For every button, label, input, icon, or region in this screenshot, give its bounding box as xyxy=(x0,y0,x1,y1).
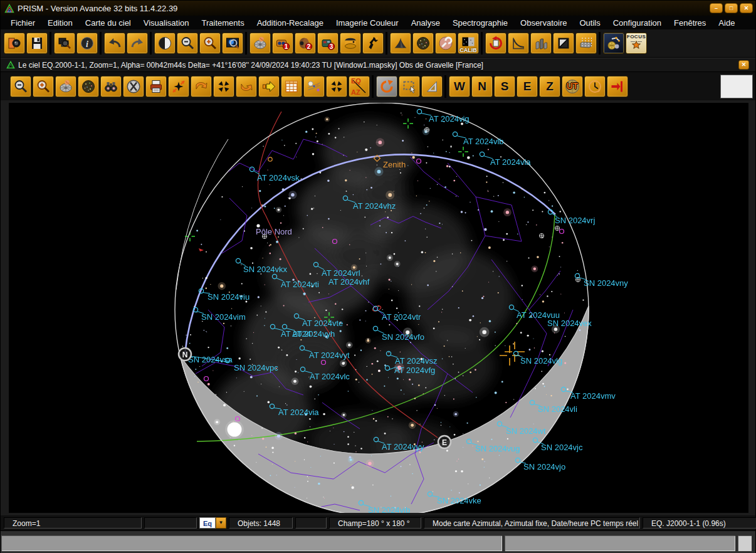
curve-graph-button[interactable] xyxy=(508,33,529,54)
menu-configuration[interactable]: Configuration xyxy=(607,17,668,29)
open-image-button[interactable] xyxy=(4,33,25,54)
swoosh-down-button[interactable] xyxy=(191,76,212,97)
menu-analyse[interactable]: Analyse xyxy=(405,17,446,29)
forbidden-button[interactable] xyxy=(123,76,144,97)
status-map-mode: Mode carte Azimutal, Azimutal fixe, Date… xyxy=(424,517,640,529)
star-sphere-button[interactable] xyxy=(78,76,99,97)
ut-sphere-button[interactable]: UT xyxy=(562,76,583,97)
rotate-tool-button[interactable] xyxy=(376,76,397,97)
contrast-icon xyxy=(157,36,172,51)
table-button[interactable] xyxy=(281,76,302,97)
calibration-icon xyxy=(461,36,476,51)
menu-spectrographie[interactable]: Spectrographie xyxy=(446,17,514,29)
swoosh-up-button[interactable] xyxy=(236,76,257,97)
expand-star-button[interactable] xyxy=(168,76,189,97)
arrow-right-button[interactable] xyxy=(258,76,280,97)
calibration-button[interactable]: CALIB xyxy=(458,33,479,54)
sky-label: SN 2024vjc xyxy=(541,443,583,452)
telescope-icon xyxy=(365,36,381,51)
map-window-close-button[interactable]: ✕ xyxy=(738,60,749,70)
menu-aide[interactable]: Aide xyxy=(712,17,741,29)
turbine-button[interactable] xyxy=(55,76,76,97)
triangle-ruler-button[interactable] xyxy=(421,76,443,97)
zoom-out-button[interactable] xyxy=(10,76,31,97)
sky-map-canvas[interactable]: AT 2024vigAT 2024vlbAT 2024vlaAT 2024vsk… xyxy=(9,103,748,513)
cardinal-z-icon xyxy=(542,79,557,94)
coordinate-system-combo[interactable]: Eq ▼ xyxy=(199,517,226,529)
refresh-red-button[interactable] xyxy=(485,33,507,54)
toolbar-separator xyxy=(480,32,485,55)
collimation-wrench-button[interactable] xyxy=(435,33,456,54)
redo-button[interactable] xyxy=(127,33,148,54)
maximize-button[interactable]: □ xyxy=(725,3,738,13)
menu-edition[interactable]: Edition xyxy=(41,17,79,29)
coordinate-system-value: Eq xyxy=(199,517,216,529)
star-sphere-button[interactable] xyxy=(412,33,434,54)
zoom-out-icon xyxy=(180,36,195,51)
menu-addition-recalage[interactable]: Addition-Recalage xyxy=(251,17,330,29)
sky-label: SN 2024wt xyxy=(506,426,546,436)
close-button[interactable]: ✕ xyxy=(740,3,753,13)
sky-map-area: AT 2024vigAT 2024vlbAT 2024vlaAT 2024vsk… xyxy=(1,100,755,515)
cardinal-w-button[interactable]: W xyxy=(449,76,470,97)
eq-az-button[interactable]: EQAZ xyxy=(349,76,370,97)
sky-label: SN 2024vke xyxy=(437,496,481,505)
save-image-button[interactable] xyxy=(26,33,48,54)
select-rect-button[interactable] xyxy=(399,76,420,97)
filter-wheel-button[interactable] xyxy=(340,33,361,54)
menu-imagerie-couleur[interactable]: Imagerie Couleur xyxy=(330,17,405,29)
forbidden-icon xyxy=(126,79,141,94)
frame-diagonal-button[interactable] xyxy=(553,33,574,54)
automation-robot-button[interactable] xyxy=(603,33,624,54)
menu-outils[interactable]: Outils xyxy=(573,17,606,29)
minimize-button[interactable]: – xyxy=(710,3,723,13)
cardinal-s-button[interactable]: S xyxy=(494,76,515,97)
camera-1-button[interactable]: 1 xyxy=(272,33,293,54)
menu-fen-tres[interactable]: Fenêtres xyxy=(668,17,712,29)
zoom-out-button[interactable] xyxy=(177,33,198,54)
bars-3d-button[interactable] xyxy=(530,33,552,54)
goto-line-button[interactable] xyxy=(607,76,628,97)
prism-logo-icon xyxy=(4,4,14,13)
zoom-in-button[interactable] xyxy=(33,76,54,97)
cardinal-e-button[interactable]: E xyxy=(517,76,538,97)
toolbar-separator xyxy=(597,32,602,55)
telescope-button[interactable] xyxy=(362,33,384,54)
focus-button[interactable]: FOCUS xyxy=(626,33,647,54)
image-search-button[interactable] xyxy=(54,33,75,54)
device-3-button[interactable]: 3 xyxy=(317,33,339,54)
lens-2-button[interactable]: 2 xyxy=(295,33,316,54)
binoculars-button[interactable] xyxy=(100,76,122,97)
solar-system-button[interactable] xyxy=(303,76,325,97)
turbine-button[interactable] xyxy=(249,33,271,54)
resize-grip[interactable] xyxy=(738,535,752,551)
compress-arrows-button[interactable] xyxy=(213,76,234,97)
cardinal-n-button[interactable]: N xyxy=(471,76,493,97)
cone-button[interactable] xyxy=(390,33,411,54)
menu-visualisation[interactable]: Visualisation xyxy=(137,17,196,29)
combo-dropdown-button[interactable]: ▼ xyxy=(216,517,226,529)
print-button[interactable] xyxy=(145,76,167,97)
clock-button[interactable] xyxy=(584,76,606,97)
sky-label: AT 2024vti xyxy=(281,280,319,289)
zoom-in-button[interactable] xyxy=(199,33,221,54)
svg-text:N: N xyxy=(182,350,188,359)
cardinal-n-icon xyxy=(475,79,490,94)
menu-fichier[interactable]: Fichier xyxy=(4,17,41,29)
undo-button[interactable] xyxy=(104,33,125,54)
screen-zoom-button[interactable] xyxy=(222,33,243,54)
menu-observatoire[interactable]: Observatoire xyxy=(514,17,573,29)
dotted-columns-button[interactable] xyxy=(575,33,597,54)
sky-label: SN 2024vim xyxy=(201,312,246,322)
zenith-label: Zenith xyxy=(383,160,406,169)
svg-text:E: E xyxy=(442,438,447,447)
main-toolbar: i123CALIBFOCUS xyxy=(1,29,755,58)
compress-arrows-2-button[interactable] xyxy=(326,76,347,97)
cardinal-z-button[interactable]: Z xyxy=(539,76,560,97)
info-button[interactable]: i xyxy=(76,33,98,54)
menu-carte-du-ciel[interactable]: Carte du ciel xyxy=(79,17,137,29)
contrast-button[interactable] xyxy=(154,33,176,54)
bottom-panel-right xyxy=(505,535,735,551)
bars-3d-icon xyxy=(533,36,549,51)
menu-traitements[interactable]: Traitements xyxy=(196,17,251,29)
